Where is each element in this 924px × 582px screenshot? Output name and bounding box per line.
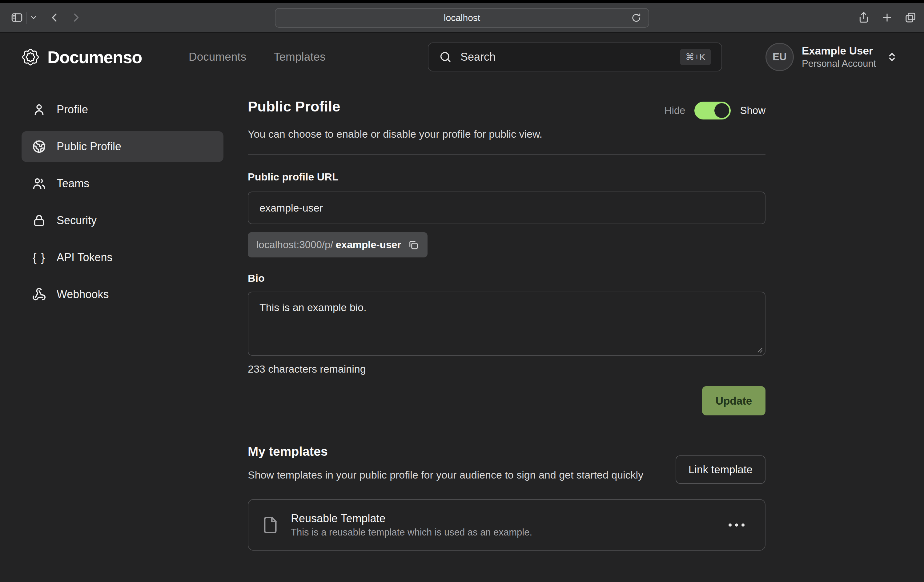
- sidebar-toggle-button[interactable]: [10, 11, 23, 24]
- section-divider: [248, 154, 766, 155]
- profile-visibility-toggle-group: Hide Show: [665, 102, 766, 119]
- share-button[interactable]: [858, 12, 870, 24]
- profile-url-slug: example-user: [336, 239, 401, 251]
- page-title: Public Profile: [248, 98, 340, 115]
- template-list-item[interactable]: Reusable Template This is a reusable tem…: [248, 499, 766, 551]
- sidebar-item-label: Security: [57, 214, 97, 227]
- toggle-hide-label: Hide: [665, 105, 685, 116]
- new-tab-button[interactable]: [881, 12, 893, 24]
- sidebar-toggle-icon: [10, 11, 23, 24]
- public-profile-url-label: Public profile URL: [248, 171, 766, 183]
- screen: localhost Documenso Documents Templates: [0, 0, 924, 582]
- app-body: Profile Public Profile Teams Security { …: [0, 82, 924, 582]
- page-subtitle: You can choose to enable or disable your…: [248, 128, 766, 140]
- switch-knob: [714, 103, 729, 118]
- reload-button[interactable]: [631, 12, 642, 23]
- template-description: This is a reusable template which is use…: [291, 526, 532, 539]
- reload-icon: [631, 12, 642, 23]
- chevron-down-icon: [30, 13, 38, 21]
- window-top-strip: [0, 0, 924, 3]
- address-bar[interactable]: localhost: [275, 8, 649, 28]
- sidebar-item-teams[interactable]: Teams: [21, 168, 223, 199]
- nav-item-templates[interactable]: Templates: [274, 51, 326, 63]
- search-input[interactable]: Search ⌘+K: [428, 43, 722, 71]
- sidebar-item-label: Public Profile: [57, 140, 121, 153]
- sidebar-item-label: Teams: [57, 177, 89, 190]
- sidebar-item-security[interactable]: Security: [21, 205, 223, 236]
- tab-overview-button[interactable]: [904, 12, 917, 24]
- sidebar-item-label: API Tokens: [57, 251, 112, 264]
- template-name: Reusable Template: [291, 511, 532, 526]
- brand-name: Documenso: [48, 47, 142, 67]
- nav-item-documents[interactable]: Documents: [189, 51, 246, 63]
- chevron-right-icon: [70, 12, 82, 23]
- copy-icon: [408, 239, 419, 250]
- address-text: localhost: [444, 13, 480, 23]
- my-templates-title: My templates: [248, 444, 643, 459]
- bio-field-wrap: This is an example bio.: [248, 292, 766, 355]
- sidebar-item-label: Profile: [57, 103, 88, 116]
- profile-url-preview[interactable]: localhost:3000/p/ example-user: [248, 232, 427, 258]
- brand-logo[interactable]: Documenso: [21, 47, 142, 67]
- chrome-divider: [26, 12, 27, 24]
- settings-sidebar: Profile Public Profile Teams Security { …: [21, 94, 223, 316]
- my-templates-description: Show templates in your public profile fo…: [248, 467, 643, 483]
- tab-group-dropdown-button[interactable]: [30, 13, 38, 21]
- template-texts: Reusable Template This is a reusable tem…: [291, 511, 532, 539]
- main-content: Public Profile Hide Show You can choose …: [248, 82, 766, 551]
- file-icon: [261, 516, 280, 534]
- globe-icon: [32, 139, 46, 154]
- sidebar-item-api-tokens[interactable]: { } API Tokens: [21, 242, 223, 273]
- search-placeholder: Search: [460, 51, 495, 63]
- search-icon: [439, 51, 452, 63]
- chevrons-up-down-icon: [886, 51, 898, 63]
- bio-label: Bio: [248, 272, 766, 284]
- braces-icon: { }: [32, 250, 46, 265]
- documenso-logo-icon: [21, 48, 40, 66]
- share-icon: [858, 12, 870, 24]
- webhook-icon: [32, 287, 46, 301]
- plus-icon: [881, 12, 893, 24]
- chevron-left-icon: [49, 12, 60, 23]
- bio-textarea[interactable]: This is an example bio.: [248, 292, 766, 355]
- sidebar-item-public-profile[interactable]: Public Profile: [21, 131, 223, 162]
- forward-button[interactable]: [70, 12, 82, 23]
- resize-handle-icon[interactable]: [755, 345, 763, 353]
- profile-url-prefix: localhost:3000/p/: [256, 239, 333, 251]
- characters-remaining: 233 characters remaining: [248, 363, 766, 375]
- app-header: Documenso Documents Templates Search ⌘+K…: [0, 33, 924, 81]
- sidebar-item-label: Webhooks: [57, 288, 109, 301]
- public-profile-url-input[interactable]: [248, 192, 766, 224]
- update-button[interactable]: Update: [702, 386, 766, 415]
- link-template-button[interactable]: Link template: [676, 455, 766, 484]
- template-more-options-button[interactable]: [726, 521, 747, 530]
- avatar: EU: [766, 43, 794, 71]
- user-icon: [32, 103, 46, 117]
- sidebar-item-profile[interactable]: Profile: [21, 94, 223, 125]
- lock-icon: [32, 213, 46, 228]
- user-name: Example User: [802, 44, 876, 58]
- users-icon: [32, 177, 46, 191]
- more-options-icon: [729, 524, 732, 527]
- account-type: Personal Account: [802, 58, 876, 70]
- toggle-show-label: Show: [740, 105, 766, 116]
- tabs-icon: [904, 12, 917, 24]
- user-text: Example User Personal Account: [802, 44, 876, 70]
- search-shortcut-badge: ⌘+K: [680, 49, 711, 65]
- browser-chrome: localhost: [0, 3, 924, 33]
- back-button[interactable]: [49, 12, 60, 23]
- sidebar-item-webhooks[interactable]: Webhooks: [21, 279, 223, 310]
- profile-visibility-switch[interactable]: [695, 102, 731, 119]
- templates-head-text: My templates Show templates in your publ…: [248, 444, 643, 483]
- user-menu[interactable]: EU Example User Personal Account: [766, 43, 898, 71]
